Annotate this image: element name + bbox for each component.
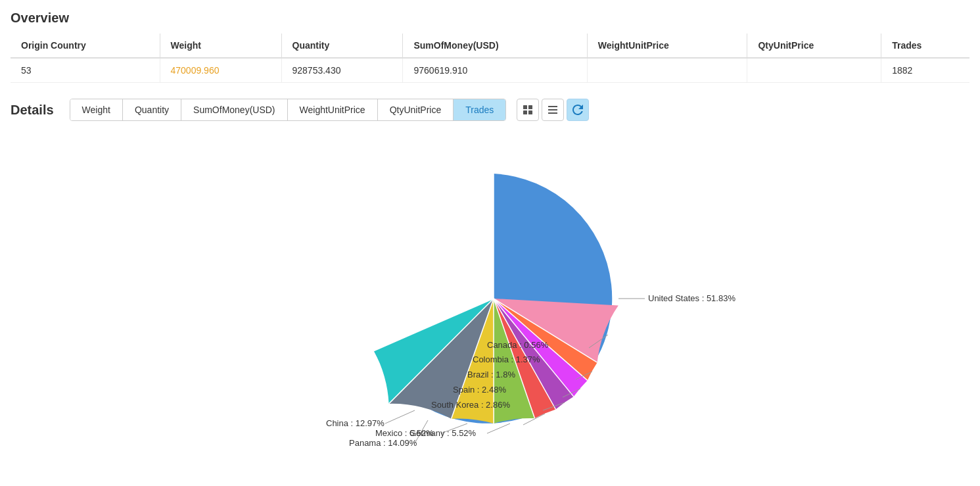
- table-row: 53 470009.960 928753.430 9760619.910 188…: [11, 58, 969, 83]
- details-header: Details Weight Quantity SumOfMoney(USD) …: [11, 99, 969, 121]
- col-sum-of-money: SumOfMoney(USD): [403, 34, 587, 58]
- svg-rect-6: [548, 112, 557, 114]
- svg-rect-2: [523, 110, 527, 114]
- col-trades: Trades: [881, 34, 969, 58]
- refresh-button[interactable]: [567, 99, 589, 121]
- table-view-button[interactable]: [517, 99, 539, 121]
- tab-weight[interactable]: Weight: [70, 99, 123, 120]
- svg-rect-1: [528, 105, 532, 109]
- tab-quantity[interactable]: Quantity: [123, 99, 181, 120]
- label-canada: Canada : 0.56%: [487, 340, 549, 350]
- svg-rect-5: [548, 109, 557, 110]
- col-qty-unit-price: QtyUnitPrice: [747, 34, 881, 58]
- cell-weight: 470009.960: [160, 58, 281, 83]
- svg-rect-3: [528, 110, 532, 114]
- col-weight-unit-price: WeightUnitPrice: [587, 34, 747, 58]
- label-south-korea: South Korea : 2.86%: [431, 400, 510, 410]
- cell-sum-of-money: 9760619.910: [403, 58, 587, 83]
- svg-rect-4: [548, 106, 557, 107]
- label-china: China : 12.97%: [326, 418, 385, 428]
- chart-area: United States : 51.83% Panama : 14.09% C…: [11, 134, 969, 450]
- label-spain: Spain : 2.48%: [453, 385, 506, 395]
- list-view-button[interactable]: [542, 99, 564, 121]
- label-germany: Germany : 5.52%: [409, 428, 477, 438]
- svg-line-21: [487, 424, 510, 433]
- tab-qty-unit-price[interactable]: QtyUnitPrice: [378, 99, 454, 120]
- tab-group: Weight Quantity SumOfMoney(USD) WeightUn…: [70, 99, 507, 121]
- col-weight: Weight: [160, 34, 281, 58]
- cell-origin-country: 53: [11, 58, 160, 83]
- cell-qty-unit-price: [747, 58, 881, 83]
- pie-chart: United States : 51.83% Panama : 14.09% C…: [211, 134, 770, 450]
- label-brazil: Brazil : 1.8%: [467, 370, 515, 379]
- label-colombia: Colombia : 1.37%: [473, 354, 540, 364]
- tab-sum-of-money[interactable]: SumOfMoney(USD): [181, 99, 287, 120]
- tab-weight-unit-price[interactable]: WeightUnitPrice: [288, 99, 378, 120]
- svg-line-19: [385, 410, 415, 424]
- details-title: Details: [11, 103, 54, 118]
- tab-trades[interactable]: Trades: [454, 99, 505, 120]
- cell-trades: 1882: [881, 58, 969, 83]
- svg-rect-0: [523, 105, 527, 109]
- overview-title: Overview: [11, 11, 969, 26]
- label-panama: Panama : 14.09%: [349, 438, 417, 448]
- cell-quantity: 928753.430: [281, 58, 403, 83]
- overview-table: Origin Country Weight Quantity SumOfMone…: [11, 34, 969, 83]
- col-origin-country: Origin Country: [11, 34, 160, 58]
- cell-weight-unit-price: [587, 58, 747, 83]
- col-quantity: Quantity: [281, 34, 403, 58]
- icon-group: [517, 99, 589, 121]
- label-us: United States : 51.83%: [648, 293, 735, 303]
